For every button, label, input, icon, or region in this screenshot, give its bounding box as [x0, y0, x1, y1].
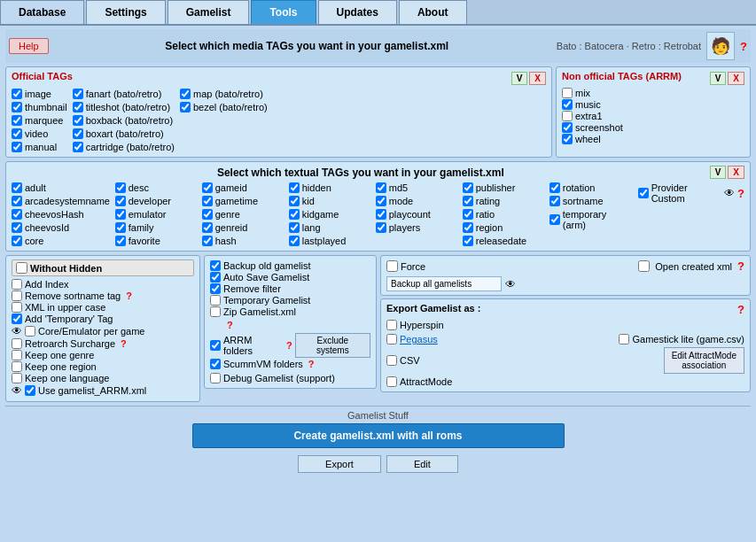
ttag-hidden-check[interactable]: [289, 182, 300, 193]
hyperspin-check[interactable]: [386, 320, 397, 330]
tag-marquee-check[interactable]: [12, 115, 22, 126]
edit-attractmode-button[interactable]: Edit AttractMode association: [664, 347, 744, 374]
official-tags-x-button[interactable]: X: [529, 72, 546, 85]
remove-filter-check[interactable]: [210, 283, 221, 294]
core-eye-icon[interactable]: 👁: [12, 325, 22, 337]
ttag-cheevoshash-check[interactable]: [12, 209, 22, 220]
ttag-gameid-check[interactable]: [202, 182, 213, 193]
tag-boxback-check[interactable]: [73, 115, 83, 126]
tag-screenshot-check[interactable]: [562, 122, 573, 133]
ttag-emulator-check[interactable]: [115, 209, 126, 220]
force-check[interactable]: [386, 260, 398, 272]
tab-tools[interactable]: Tools: [251, 0, 316, 24]
sortname-help-icon[interactable]: ?: [126, 290, 132, 301]
scummvm-check[interactable]: [210, 359, 221, 369]
ttag-favorite-check[interactable]: [115, 236, 126, 246]
tag-fanart-check[interactable]: [73, 89, 83, 99]
tab-gamelist[interactable]: Gamelist: [168, 0, 250, 24]
non-official-tags-v-button[interactable]: V: [710, 72, 727, 85]
remove-sortname-check[interactable]: [12, 290, 22, 301]
ttag-temporary-check[interactable]: [549, 214, 560, 225]
create-gamelist-button[interactable]: Create gamelist.xml with all roms: [192, 423, 565, 448]
ttag-developer-check[interactable]: [115, 196, 126, 206]
ttag-sortname-check[interactable]: [549, 196, 560, 206]
ttag-lastplayed-check[interactable]: [289, 236, 300, 246]
ttag-desc-check[interactable]: [115, 182, 126, 193]
zip-gamelist-check[interactable]: [210, 306, 221, 317]
tag-manual-check[interactable]: [12, 142, 22, 152]
non-official-tags-x-button[interactable]: X: [728, 72, 744, 85]
ttag-playcount-check[interactable]: [376, 209, 386, 220]
keep-genre-check[interactable]: [12, 350, 22, 360]
tab-settings[interactable]: Settings: [86, 0, 165, 24]
ttag-md5-check[interactable]: [376, 182, 386, 193]
xml-upper-check[interactable]: [12, 302, 22, 313]
add-index-check[interactable]: [12, 279, 22, 290]
ttag-releasedate-check[interactable]: [463, 236, 473, 246]
ttag-provider-check[interactable]: [638, 188, 649, 198]
exclude-systems-button[interactable]: Exclude systems: [295, 333, 370, 358]
ttag-players-check[interactable]: [376, 222, 386, 233]
tag-bezel-check[interactable]: [180, 102, 191, 112]
ttag-genre-check[interactable]: [202, 209, 213, 220]
pegasus-link[interactable]: Pegasus: [400, 334, 438, 345]
tag-music-check[interactable]: [562, 99, 573, 110]
textual-x-button[interactable]: X: [728, 166, 744, 179]
tag-wheel-check[interactable]: [562, 134, 573, 144]
tag-extra1-check[interactable]: [562, 111, 573, 121]
tag-map-check[interactable]: [180, 89, 191, 99]
ttag-arcadesystemname-check[interactable]: [12, 196, 22, 206]
ttag-genreid-check[interactable]: [202, 222, 213, 233]
open-xml-check[interactable]: [638, 260, 650, 272]
ttag-ratio-check[interactable]: [463, 209, 473, 220]
keep-language-check[interactable]: [12, 373, 22, 383]
core-emulator-check[interactable]: [25, 326, 35, 337]
provider-eye-icon[interactable]: 👁: [724, 187, 735, 199]
pegasus-check[interactable]: [386, 334, 397, 345]
ttag-rotation-check[interactable]: [549, 182, 560, 193]
gamestick-check[interactable]: [619, 334, 629, 345]
textual-v-button[interactable]: V: [710, 166, 727, 179]
ttag-rating-check[interactable]: [463, 196, 473, 206]
backup-all-input[interactable]: [386, 276, 502, 291]
attractmode-check[interactable]: [386, 376, 397, 387]
arrm-folders-check[interactable]: [210, 340, 221, 351]
provider-help-icon[interactable]: ?: [737, 187, 744, 200]
tag-image-check[interactable]: [12, 89, 22, 99]
tag-cartridge-check[interactable]: [73, 142, 83, 152]
backup-all-eye-icon[interactable]: 👁: [505, 278, 516, 290]
ttag-kid-check[interactable]: [289, 196, 300, 206]
ttag-gametime-check[interactable]: [202, 196, 213, 206]
tag-thumbnail-check[interactable]: [12, 102, 22, 112]
official-tags-v-button[interactable]: V: [511, 72, 528, 85]
backup-gamelist-check[interactable]: [210, 260, 221, 271]
tab-about[interactable]: About: [399, 0, 467, 24]
auto-save-check[interactable]: [210, 272, 221, 283]
ttag-mode-check[interactable]: [376, 196, 386, 206]
retroarch-help-icon[interactable]: ?: [121, 338, 127, 349]
arrm-help-icon[interactable]: ?: [286, 340, 292, 351]
open-xml-help-icon[interactable]: ?: [737, 259, 744, 273]
add-temporary-check[interactable]: [12, 314, 22, 324]
export-help-icon[interactable]: ?: [737, 303, 744, 316]
ttag-adult-check[interactable]: [12, 182, 22, 193]
tab-updates[interactable]: Updates: [318, 0, 397, 24]
scummvm-help-icon[interactable]: ?: [308, 359, 315, 369]
csv-check[interactable]: [386, 355, 397, 366]
tag-video-check[interactable]: [12, 128, 22, 139]
ttag-core-check[interactable]: [12, 236, 22, 246]
tag-boxart-check[interactable]: [73, 128, 83, 139]
gamelist-eye-icon[interactable]: 👁: [12, 384, 22, 397]
tab-database[interactable]: Database: [0, 0, 84, 24]
tag-mix-check[interactable]: [562, 88, 573, 98]
export-button[interactable]: Export: [298, 455, 381, 473]
top-help-icon[interactable]: ?: [740, 40, 747, 53]
use-gamelist-check[interactable]: [25, 385, 35, 396]
retroarch-check[interactable]: [12, 338, 22, 349]
without-hidden-check[interactable]: [16, 262, 27, 274]
ttag-family-check[interactable]: [115, 222, 126, 233]
keep-region-check[interactable]: [12, 361, 22, 372]
temporary-gamelist-check[interactable]: [210, 295, 221, 306]
edit-button[interactable]: Edit: [386, 455, 458, 473]
ttag-region-check[interactable]: [463, 222, 473, 233]
